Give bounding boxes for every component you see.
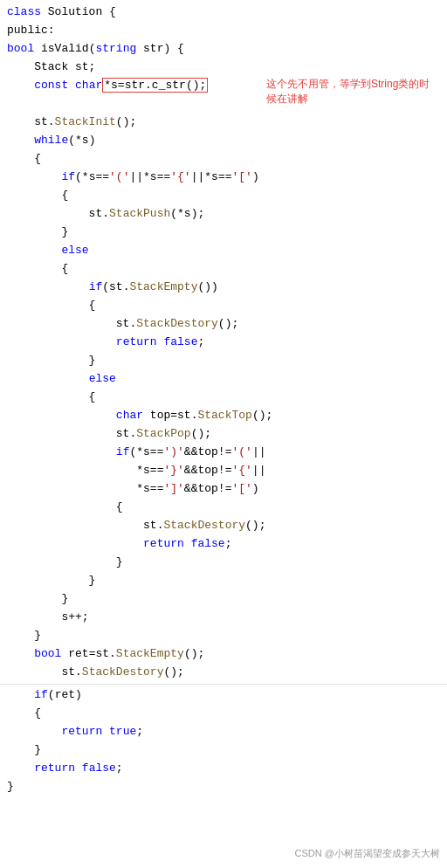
line-content: else [7, 370, 116, 388]
line-content: { [7, 187, 68, 204]
line-content: *s==']'&&top!='[') [7, 480, 259, 498]
code-line: st.StackDestory(); [0, 517, 447, 535]
code-line: const char*s=str.c_str();这个先不用管，等学到Strin… [0, 77, 447, 114]
line-content: st.StackDestory(); [7, 664, 184, 681]
code-line: *s=='}'&&top!='{'|| [0, 462, 447, 480]
code-line: } [0, 554, 447, 572]
code-line: } [0, 627, 447, 645]
line-content: char top=st.StackTop(); [7, 407, 272, 424]
line-content: } [7, 224, 68, 241]
code-editor: class Solution {public:bool isValid(stri… [0, 0, 447, 868]
line-content: if(*s=='('||*s=='{'||*s=='[') [7, 169, 259, 186]
line-content: { [7, 297, 95, 314]
code-line: *s==']'&&top!='[') [0, 480, 447, 499]
code-line: } [0, 778, 447, 796]
code-line: bool isValid(string str) { [0, 40, 447, 59]
line-content: public: [7, 22, 55, 39]
annotation-text: 这个先不用管，等学到String类的时候在讲解 [266, 77, 432, 107]
line-content: while(*s) [7, 132, 95, 149]
line-content: { [7, 499, 123, 516]
code-line: st.StackInit(); [0, 114, 447, 132]
line-content: } [7, 590, 68, 608]
code-line: { [0, 297, 447, 315]
line-content: return false; [7, 334, 204, 351]
code-line: st.StackDestory(); [0, 664, 447, 682]
code-line: return false; [0, 760, 447, 778]
line-content: st.StackPush(*s); [7, 205, 204, 223]
code-line: if(ret) [0, 686, 447, 705]
line-content: } [7, 778, 14, 796]
code-line: char top=st.StackTop(); [0, 407, 447, 425]
line-content: if(ret) [7, 686, 82, 704]
line-content: class Solution { [7, 3, 116, 21]
code-line: } [0, 352, 447, 370]
line-content: return true; [7, 723, 143, 741]
line-content: } [7, 572, 95, 589]
line-content: { [7, 150, 41, 168]
line-content: { [7, 260, 68, 278]
code-line: if(*s=='('||*s=='{'||*s=='[') [0, 169, 447, 187]
code-line: { [0, 260, 447, 279]
line-content: st.StackPop(); [7, 425, 211, 443]
code-line: } [0, 224, 447, 242]
code-line: s++; [0, 609, 447, 627]
code-line: else [0, 242, 447, 260]
line-content: return false; [7, 760, 123, 777]
code-line: Stack st; [0, 59, 447, 77]
line-content: } [7, 352, 95, 369]
code-line: } [0, 572, 447, 590]
code-line: if(st.StackEmpty()) [0, 279, 447, 297]
line-content: *s=='}'&&top!='{'|| [7, 462, 265, 479]
code-line: public: [0, 22, 447, 40]
line-content: bool isValid(string str) { [7, 40, 184, 58]
line-content: s++; [7, 609, 89, 626]
line-content: if(*s==')'&&top!='('|| [7, 444, 265, 461]
line-content: return false; [7, 535, 231, 553]
code-line: else [0, 370, 447, 389]
line-content: } [7, 741, 41, 759]
line-content: bool ret=st.StackEmpty(); [7, 645, 204, 663]
code-line: while(*s) [0, 132, 447, 150]
code-line: class Solution { [0, 3, 447, 22]
code-line: return false; [0, 334, 447, 352]
code-line: { [0, 499, 447, 517]
line-content: { [7, 389, 95, 406]
code-line: st.StackPush(*s); [0, 205, 447, 224]
code-line: { [0, 705, 447, 723]
line-content: Stack st; [7, 59, 95, 76]
line-content: if(st.StackEmpty()) [7, 279, 218, 296]
code-line: } [0, 590, 447, 609]
line-content: const char*s=str.c_str(); [7, 77, 208, 94]
code-line: st.StackPop(); [0, 425, 447, 444]
code-line: bool ret=st.StackEmpty(); [0, 645, 447, 664]
code-line: if(*s==')'&&top!='('|| [0, 444, 447, 462]
watermark: CSDN @小树苗渴望变成参天大树 [295, 846, 440, 861]
line-content: { [7, 705, 41, 722]
code-line: return true; [0, 723, 447, 741]
code-line: { [0, 187, 447, 205]
line-content: } [7, 627, 41, 644]
line-content: } [7, 554, 123, 571]
code-line: return false; [0, 535, 447, 554]
line-content: else [7, 242, 89, 259]
line-content: st.StackInit(); [7, 114, 136, 131]
code-line: } [0, 741, 447, 760]
line-content: st.StackDestory(); [7, 315, 238, 333]
line-content: st.StackDestory(); [7, 517, 265, 534]
code-line: { [0, 150, 447, 169]
code-line: st.StackDestory(); [0, 315, 447, 334]
code-line: { [0, 389, 447, 407]
